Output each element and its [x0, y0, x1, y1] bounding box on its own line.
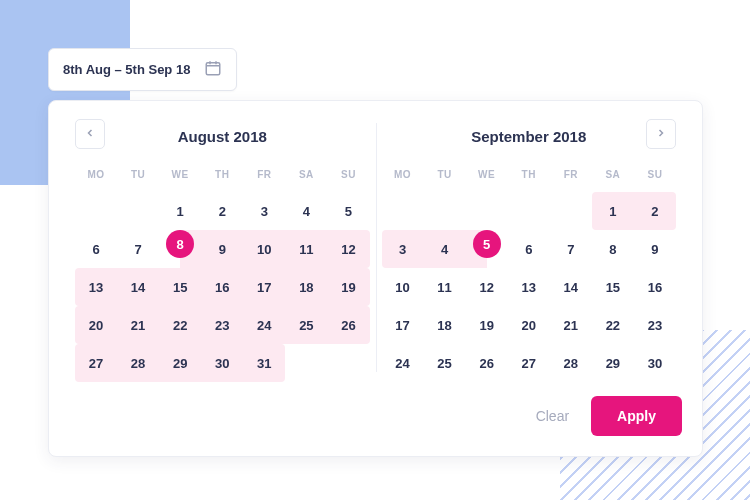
weekday-label: TH [508, 163, 550, 186]
calendar-day[interactable]: 17 [243, 268, 285, 306]
calendar-day[interactable]: 9 [634, 230, 676, 268]
prev-month-button[interactable] [75, 119, 105, 149]
weekday-label: SU [327, 163, 369, 186]
calendar-day[interactable]: 1 [592, 192, 634, 230]
calendar-day[interactable]: 9 [201, 230, 243, 268]
calendar-day[interactable]: 24 [382, 344, 424, 382]
calendar-day[interactable]: 7 [117, 230, 159, 268]
weekday-label: SU [634, 163, 676, 186]
calendar-cell-empty [508, 192, 550, 230]
month-divider [376, 123, 377, 372]
calendar-day[interactable]: 17 [382, 306, 424, 344]
next-month-button[interactable] [646, 119, 676, 149]
calendar-cell-empty [75, 192, 117, 230]
calendar-day[interactable]: 16 [201, 268, 243, 306]
weekday-label: WE [466, 163, 508, 186]
calendar-day[interactable]: 26 [466, 344, 508, 382]
calendar-day[interactable]: 22 [159, 306, 201, 344]
weekday-label: SA [285, 163, 327, 186]
calendar-day[interactable]: 27 [508, 344, 550, 382]
calendar-day[interactable]: 16 [634, 268, 676, 306]
calendar-day[interactable]: 5 [327, 192, 369, 230]
calendar-day[interactable]: 11 [424, 268, 466, 306]
calendar-day[interactable]: 30 [201, 344, 243, 382]
calendar-day[interactable]: 28 [117, 344, 159, 382]
calendar-day[interactable]: 20 [508, 306, 550, 344]
calendar-day[interactable]: 22 [592, 306, 634, 344]
calendar-cell-empty [327, 344, 369, 382]
calendar-month: September 2018MOTUWETHFRSASU123456789101… [376, 119, 683, 382]
weekday-label: FR [243, 163, 285, 186]
calendar-day[interactable]: 4 [285, 192, 327, 230]
chevron-right-icon [655, 125, 667, 143]
calendar-day[interactable]: 15 [592, 268, 634, 306]
calendar-day[interactable]: 29 [592, 344, 634, 382]
calendar-day[interactable]: 29 [159, 344, 201, 382]
calendar-cell-empty [424, 192, 466, 230]
calendar-day[interactable]: 2 [201, 192, 243, 230]
calendar-month: August 2018MOTUWETHFRSASU123456789101112… [69, 119, 376, 382]
weekday-label: TH [201, 163, 243, 186]
calendar-day[interactable]: 8 [592, 230, 634, 268]
date-range-popover: August 2018MOTUWETHFRSASU123456789101112… [48, 100, 703, 457]
calendar-day[interactable]: 14 [550, 268, 592, 306]
calendar-day[interactable]: 21 [550, 306, 592, 344]
calendar-day[interactable]: 21 [117, 306, 159, 344]
calendar-day[interactable]: 11 [285, 230, 327, 268]
calendar-day[interactable]: 26 [327, 306, 369, 344]
calendar-day[interactable]: 28 [550, 344, 592, 382]
chevron-left-icon [84, 125, 96, 143]
calendar-grid: 1234567891011121314151617181920212223242… [75, 192, 370, 382]
calendar-day[interactable]: 30 [634, 344, 676, 382]
calendar-cell-empty [466, 192, 508, 230]
weekday-label: TU [117, 163, 159, 186]
weekday-label: MO [382, 163, 424, 186]
date-range-input[interactable]: 8th Aug – 5th Sep 18 [48, 48, 237, 91]
calendar-day[interactable]: 1 [159, 192, 201, 230]
month-title: August 2018 [178, 128, 267, 145]
calendar-day[interactable]: 4 [424, 230, 466, 268]
calendar-day[interactable]: 6 [75, 230, 117, 268]
calendar-day[interactable]: 18 [285, 268, 327, 306]
date-range-value: 8th Aug – 5th Sep 18 [63, 62, 190, 77]
calendar-day[interactable]: 20 [75, 306, 117, 344]
calendar-day[interactable]: 23 [201, 306, 243, 344]
calendar-day[interactable]: 12 [327, 230, 369, 268]
weekday-label: TU [424, 163, 466, 186]
calendar-day[interactable]: 10 [243, 230, 285, 268]
calendar-day[interactable]: 13 [508, 268, 550, 306]
calendar-cell-empty [382, 192, 424, 230]
calendar-icon [204, 59, 222, 80]
calendar-day[interactable]: 2 [634, 192, 676, 230]
clear-button[interactable]: Clear [536, 408, 569, 424]
calendar-day[interactable]: 19 [466, 306, 508, 344]
calendar-day[interactable]: 23 [634, 306, 676, 344]
calendar-day[interactable]: 5 [466, 230, 508, 258]
calendar-day[interactable]: 24 [243, 306, 285, 344]
month-title: September 2018 [471, 128, 586, 145]
calendar-day[interactable]: 6 [508, 230, 550, 268]
weekday-label: FR [550, 163, 592, 186]
calendar-day[interactable]: 27 [75, 344, 117, 382]
calendar-day[interactable]: 12 [466, 268, 508, 306]
weekday-label: WE [159, 163, 201, 186]
calendar-grid: 1234567891011121314151617181920212223242… [382, 192, 677, 382]
calendar-day[interactable]: 25 [285, 306, 327, 344]
calendar-day[interactable]: 7 [550, 230, 592, 268]
calendar-day[interactable]: 31 [243, 344, 285, 382]
calendar-cell-empty [550, 192, 592, 230]
calendar-day[interactable]: 19 [327, 268, 369, 306]
calendar-cell-empty [285, 344, 327, 382]
calendar-day[interactable]: 3 [243, 192, 285, 230]
calendar-day[interactable]: 14 [117, 268, 159, 306]
calendar-day[interactable]: 18 [424, 306, 466, 344]
calendar-day[interactable]: 25 [424, 344, 466, 382]
calendar-day[interactable]: 8 [159, 230, 201, 258]
svg-rect-0 [207, 63, 221, 75]
calendar-day[interactable]: 3 [382, 230, 424, 268]
calendar-day[interactable]: 15 [159, 268, 201, 306]
calendar-day[interactable]: 10 [382, 268, 424, 306]
apply-button[interactable]: Apply [591, 396, 682, 436]
calendar-day[interactable]: 13 [75, 268, 117, 306]
weekday-label: MO [75, 163, 117, 186]
